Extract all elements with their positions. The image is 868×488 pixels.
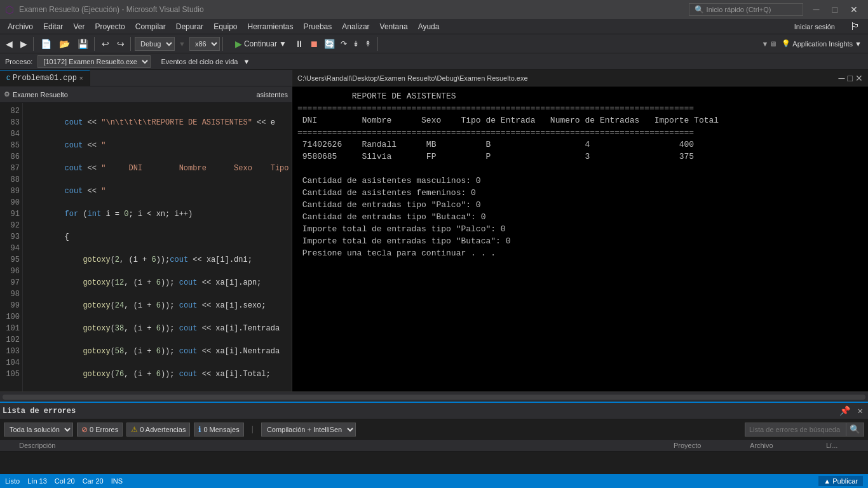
status-col: Col 20 (55, 477, 75, 485)
status-left: Listo Lín 13 Col 20 Car 20 INS (5, 477, 123, 485)
pause-btn[interactable]: ⏸ (292, 37, 306, 50)
step-out-btn[interactable]: ↟ (362, 38, 374, 50)
errors-badge[interactable]: ⊘ 0 Errores (77, 423, 123, 437)
menu-compilar[interactable]: Compilar (130, 20, 171, 33)
menu-editar[interactable]: Editar (38, 20, 68, 33)
console-close-btn[interactable]: ✕ (855, 73, 863, 83)
menu-ventana[interactable]: Ventana (375, 20, 413, 33)
menu-analizar[interactable]: Analizar (337, 20, 374, 33)
error-table-header: Descripción Proyecto Archivo Lí... (0, 440, 868, 452)
solution-scope-select[interactable]: Toda la solución (4, 423, 73, 437)
step-into-btn[interactable]: ↡ (350, 38, 362, 50)
toolbar-edit-group: ↩ ↪ (98, 37, 131, 51)
toolbar-debug-controls: ▶ Continuar ▼ ⏸ ⏹ 🔄 ↷ ↡ ↟ (227, 37, 378, 51)
debug-mode-select[interactable]: Debug (135, 37, 175, 51)
continue-btn[interactable]: ▶ Continuar ▼ (231, 37, 291, 51)
solution-bar: ⚙ Examen Resuelto asistentes (0, 86, 292, 103)
close-btn[interactable]: ✕ (845, 3, 863, 16)
error-search-input[interactable] (745, 423, 846, 437)
code-content[interactable]: 82838485 86878889 90919293 94959697 9899… (0, 103, 292, 391)
messages-badge[interactable]: ℹ 0 Mensajes (194, 423, 243, 437)
vs-logo: ⬡ (5, 4, 14, 16)
save-btn[interactable]: 💾 (74, 37, 92, 51)
debug-toolbar-icons: ⏸ ⏹ 🔄 ↷ ↡ ↟ (292, 37, 374, 50)
messages-count-label: 0 Mensajes (203, 426, 239, 433)
menu-pruebas[interactable]: Pruebas (299, 20, 337, 33)
col-icon-header (4, 442, 19, 449)
process-bar: Proceso: [10172] Examen Resuelto.exe Eve… (0, 53, 868, 70)
filter-separator: | (248, 425, 257, 434)
new-btn[interactable]: 📄 (37, 37, 55, 51)
title-bar: ⬡ Examen Resuelto (Ejecución) - Microsof… (0, 0, 868, 19)
events-dropdown-icon[interactable]: ▼ (243, 58, 250, 65)
app-insights-btn[interactable]: 💡 Application Insights ▼ (778, 38, 865, 49)
warnings-count-label: 0 Advertencias (140, 426, 186, 433)
code-tabs: C Problema01.cpp ✕ (0, 70, 292, 86)
funnel-icon: ▼ (761, 40, 768, 48)
tab-problema01[interactable]: C Problema01.cpp ✕ (0, 70, 90, 86)
continue-dropdown-icon: ▼ (279, 39, 287, 48)
console-maximize-btn[interactable]: □ (848, 73, 853, 83)
error-search-btn[interactable]: 🔍 (846, 423, 864, 437)
app-insights-area: ▼ 🖥 💡 Application Insights ▼ (761, 38, 865, 49)
menu-archivo[interactable]: Archivo (3, 20, 38, 33)
col-line-header[interactable]: Lí... (826, 442, 864, 449)
publish-label: Publicar (832, 477, 858, 485)
console-path: C:\Users\Randall\Desktop\Examen Resuelto… (297, 74, 528, 82)
error-filter-bar: Toda la solución ⊘ 0 Errores ⚠ 0 Adverte… (0, 419, 868, 440)
code-lines: cout << "\n\t\t\t\tREPORTE DE ASISTENTES… (23, 103, 292, 391)
horizontal-scrollbar[interactable] (0, 391, 868, 402)
maximize-btn[interactable]: □ (827, 3, 843, 16)
menu-bar: Archivo Editar Ver Proyecto Compilar Dep… (0, 19, 868, 34)
lightbulb-icon: 💡 (782, 39, 790, 48)
console-title-bar: C:\Users\Randall\Desktop\Examen Resuelto… (292, 70, 868, 86)
back-btn[interactable]: ◀ (3, 37, 16, 51)
pin-panel-btn[interactable]: 📌 (837, 404, 853, 417)
warnings-badge[interactable]: ⚠ 0 Advertencias (126, 423, 190, 437)
menu-ver[interactable]: Ver (68, 20, 90, 33)
solution-icon: ⚙ (4, 90, 10, 98)
tab-problema01-close[interactable]: ✕ (79, 74, 83, 82)
cpp-file-icon: C (6, 75, 10, 82)
feedback-icon[interactable]: 🏳 (845, 19, 865, 34)
toolbar-debug-group: Debug ▼ x86 (135, 37, 223, 51)
menu-herramientas[interactable]: Herramientas (243, 20, 299, 33)
publish-icon: ▲ (824, 477, 831, 485)
platform-select[interactable]: x86 (189, 37, 220, 51)
signin-link[interactable]: Iniciar sesión (789, 21, 840, 32)
status-ins: INS (111, 477, 123, 485)
app-insights-dropdown-icon: ▼ (855, 40, 862, 48)
bottom-tabs-bar: Lista de errores 📌 ✕ (0, 403, 868, 419)
toolbar-file-group: 📄 📂 💾 (37, 37, 95, 51)
asistentes-label: asistentes (256, 91, 288, 98)
build-filter-select[interactable]: Compilación + IntelliSen (261, 423, 356, 437)
process-select[interactable]: [10172] Examen Resuelto.exe (37, 55, 151, 68)
console-minimize-btn[interactable]: ─ (839, 73, 845, 83)
scrollbar-track[interactable] (3, 395, 865, 400)
stop-btn[interactable]: ⏹ (307, 37, 321, 50)
forward-btn[interactable]: ▶ (17, 37, 31, 51)
redo-btn[interactable]: ↪ (114, 37, 128, 51)
menu-equipo[interactable]: Equipo (208, 20, 242, 33)
code-editor: C Problema01.cpp ✕ ⚙ Examen Resuelto asi… (0, 70, 292, 391)
col-file-header[interactable]: Archivo (750, 442, 826, 449)
solution-label: Examen Resuelto (13, 91, 68, 98)
publish-btn[interactable]: ▲ Publicar (818, 476, 863, 486)
menu-ayuda[interactable]: Ayuda (413, 20, 445, 33)
minimize-btn[interactable]: ─ (808, 3, 825, 16)
console-window: C:\Users\Randall\Desktop\Examen Resuelto… (292, 70, 868, 391)
col-project-header[interactable]: Proyecto (674, 442, 750, 449)
events-label: Eventos del ciclo de vida (161, 58, 238, 65)
info-icon: ℹ (198, 425, 201, 434)
undo-btn[interactable]: ↩ (98, 37, 112, 51)
step-over-btn[interactable]: ↷ (338, 38, 349, 50)
app-insights-label: Application Insights (792, 40, 853, 48)
close-panel-btn[interactable]: ✕ (855, 404, 865, 417)
monitor-icon: 🖥 (770, 40, 776, 48)
restart-btn[interactable]: 🔄 (322, 37, 337, 50)
quick-launch-label[interactable]: Inicio rápido (Ctrl+Q) (707, 6, 771, 13)
open-btn[interactable]: 📂 (56, 37, 73, 51)
menu-proyecto[interactable]: Proyecto (90, 20, 130, 33)
col-description-header[interactable]: Descripción (19, 442, 674, 449)
menu-depurar[interactable]: Depurar (171, 20, 208, 33)
